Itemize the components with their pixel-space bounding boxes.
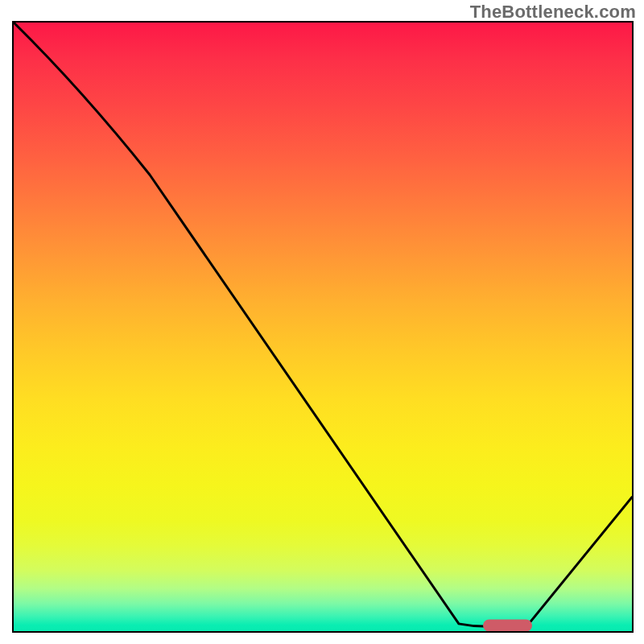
watermark-text: TheBottleneck.com bbox=[470, 2, 636, 23]
optimal-range-marker bbox=[483, 619, 532, 631]
chart-canvas: TheBottleneck.com bbox=[0, 0, 644, 644]
plot-frame bbox=[12, 21, 634, 633]
bottleneck-curve bbox=[14, 23, 632, 631]
